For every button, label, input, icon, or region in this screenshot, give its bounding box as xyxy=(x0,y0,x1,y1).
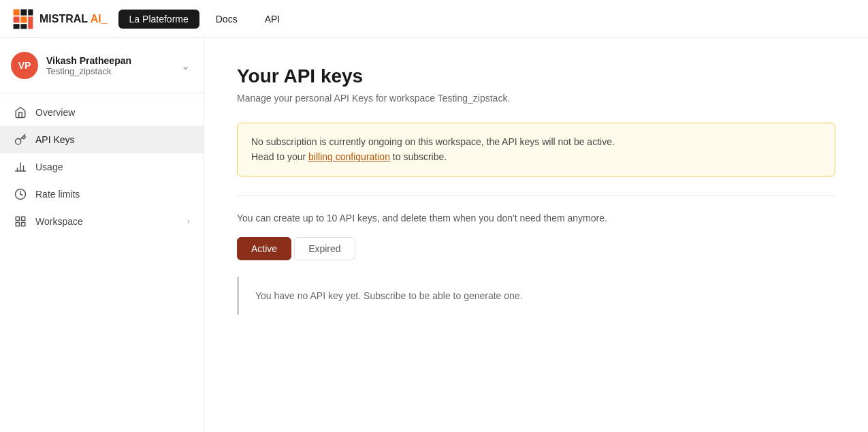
svg-rect-0 xyxy=(14,9,20,15)
sidebar-item-rate-limits[interactable]: Rate limits xyxy=(0,181,204,208)
main-layout: VP Vikash Pratheepan Testing_zipstack ⌄ … xyxy=(0,38,868,432)
svg-rect-5 xyxy=(14,24,20,29)
logo: MISTRAL AI_ xyxy=(11,7,108,31)
user-workspace: Testing_zipstack xyxy=(46,66,170,76)
empty-state-text: You have no API key yet. Subscribe to be… xyxy=(255,290,523,301)
user-name: Vikash Pratheepan xyxy=(46,55,170,66)
key-icon xyxy=(14,133,27,146)
warning-text-3: to subscribe. xyxy=(390,151,447,162)
section-divider xyxy=(237,196,835,196)
svg-rect-17 xyxy=(22,223,25,226)
top-nav: MISTRAL AI_ La Plateforme Docs API xyxy=(0,0,868,38)
sidebar-item-rate-limits-label: Rate limits xyxy=(35,189,190,200)
avatar: VP xyxy=(11,52,38,79)
svg-rect-6 xyxy=(20,24,27,29)
user-info: Vikash Pratheepan Testing_zipstack xyxy=(46,55,170,76)
sidebar-item-workspace[interactable]: Workspace › xyxy=(0,208,204,235)
billing-configuration-link[interactable]: billing configuration xyxy=(308,151,390,162)
svg-rect-3 xyxy=(14,16,20,22)
sidebar-item-api-keys[interactable]: API Keys xyxy=(0,126,204,153)
sidebar-item-overview-label: Overview xyxy=(35,107,190,118)
grid-icon xyxy=(14,215,27,228)
page-subtitle: Manage your personal API Keys for worksp… xyxy=(237,93,835,104)
nav-docs[interactable]: Docs xyxy=(205,10,248,29)
page-title: Your API keys xyxy=(237,65,835,87)
svg-rect-15 xyxy=(22,217,25,220)
svg-rect-1 xyxy=(20,9,27,15)
warning-text-1: No subscription is currently ongoing on … xyxy=(251,136,615,147)
sidebar-nav: Overview API Keys xyxy=(0,93,204,241)
logo-text: MISTRAL AI_ xyxy=(39,13,108,25)
sidebar-item-usage[interactable]: Usage xyxy=(0,153,204,181)
svg-rect-2 xyxy=(28,9,33,15)
warning-banner: No subscription is currently ongoing on … xyxy=(237,123,835,176)
svg-rect-14 xyxy=(16,217,19,220)
workspace-chevron-icon: › xyxy=(187,217,190,226)
tab-active[interactable]: Active xyxy=(237,237,291,260)
mistral-logo-svg xyxy=(11,7,35,31)
sidebar-item-overview[interactable]: Overview xyxy=(0,99,204,126)
user-section: VP Vikash Pratheepan Testing_zipstack ⌄ xyxy=(0,38,204,93)
chart-icon xyxy=(14,160,27,174)
user-menu-chevron[interactable]: ⌄ xyxy=(178,57,193,75)
nav-la-plateforme[interactable]: La Plateforme xyxy=(118,10,199,29)
svg-rect-16 xyxy=(16,223,19,226)
nav-api[interactable]: API xyxy=(254,10,291,29)
sidebar-item-workspace-label: Workspace xyxy=(35,216,179,227)
svg-rect-7 xyxy=(28,16,33,29)
tab-group: Active Expired xyxy=(237,237,835,260)
tab-expired[interactable]: Expired xyxy=(294,237,355,260)
home-icon xyxy=(14,106,27,119)
clock-icon xyxy=(14,187,27,201)
main-content: Your API keys Manage your personal API K… xyxy=(204,38,868,432)
sidebar-item-usage-label: Usage xyxy=(35,161,190,172)
svg-rect-4 xyxy=(20,16,27,22)
warning-text-2: Head to your xyxy=(251,151,308,162)
sidebar-item-api-keys-label: API Keys xyxy=(35,134,190,145)
sidebar: VP Vikash Pratheepan Testing_zipstack ⌄ … xyxy=(0,38,204,432)
empty-state: You have no API key yet. Subscribe to be… xyxy=(237,277,835,315)
info-text: You can create up to 10 API keys, and de… xyxy=(237,213,835,223)
